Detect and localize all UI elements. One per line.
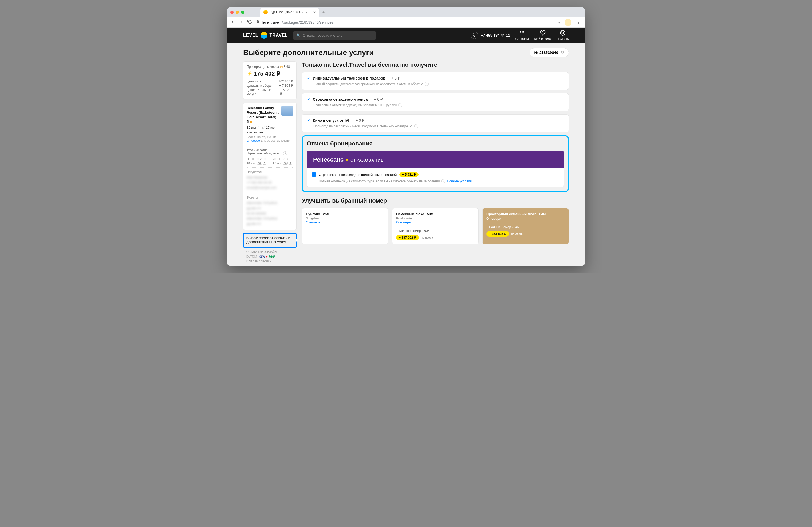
info-icon[interactable]: ? bbox=[425, 82, 429, 86]
page-title: Выберите дополнительные услуги bbox=[243, 48, 374, 57]
insurance-card: ✓ Страховка от невыезда, с полной компен… bbox=[307, 169, 564, 187]
close-window[interactable] bbox=[230, 11, 234, 14]
info-icon[interactable]: ? bbox=[283, 151, 287, 155]
terms-link[interactable]: Полные условия bbox=[447, 180, 472, 183]
order-number-pill: № 218539840 ♡ bbox=[530, 48, 569, 57]
room-card[interactable]: Просторный семейный люкс · 64мО номере+ … bbox=[482, 208, 569, 244]
insurance-price: + 5 931 ₽ bbox=[399, 172, 419, 177]
page-body: Выберите дополнительные услуги № 2185398… bbox=[227, 43, 585, 266]
room-details-link[interactable]: О номере bbox=[306, 220, 385, 224]
browser-menu-icon[interactable]: ⋮ bbox=[575, 20, 582, 25]
new-tab-button[interactable]: + bbox=[322, 10, 325, 15]
svg-rect-2 bbox=[523, 31, 524, 32]
favorite-icon[interactable]: ♡ bbox=[561, 51, 564, 55]
svg-rect-0 bbox=[520, 31, 521, 32]
info-icon[interactable]: ? bbox=[398, 103, 402, 107]
cancel-highlight: Отмена бронирования Ренессанс▼ СТРАХОВАН… bbox=[302, 136, 569, 192]
mastercard-icon: ●● bbox=[266, 255, 268, 259]
baggage-icon: 10 bbox=[283, 161, 288, 165]
tourists-blurred: ИВАНОВА ТАТЬЯНАдд.мм.гггг00 00 000000ИВА… bbox=[247, 201, 293, 226]
room-link[interactable]: О номере bbox=[247, 139, 260, 142]
sidebar: Проверка цены через ◴ 3:48 ⚡175 402 ₽ це… bbox=[243, 61, 296, 266]
url-bar: level.travel/packages/218539840/services… bbox=[227, 17, 585, 28]
main-content: Только на Level.Travel вы бесплатно полу… bbox=[302, 61, 569, 244]
wishlist-link[interactable]: Мой список bbox=[534, 30, 551, 41]
url-path: /packages/218539840/services bbox=[282, 20, 333, 25]
address-field[interactable]: level.travel/packages/218539840/services bbox=[256, 20, 553, 25]
window-controls bbox=[230, 11, 244, 14]
triangle-icon: ▼ bbox=[345, 158, 349, 162]
titlebar: Тур в Турцию с 10.06.2021 на... ✕ + bbox=[227, 8, 585, 17]
favicon bbox=[263, 10, 268, 14]
renaissance-banner: Ренессанс▼ СТРАХОВАНИЕ bbox=[307, 151, 564, 169]
check-icon: ✓ bbox=[307, 118, 310, 123]
checkout-step-active: ВЫБОР СПОСОБА ОПЛАТЫ И ДОПОЛНИТЕЛЬНЫХ УС… bbox=[243, 233, 296, 248]
site-logo[interactable]: LEVEL TRAVEL bbox=[243, 32, 288, 39]
help-icon bbox=[560, 30, 566, 36]
hotel-thumb bbox=[281, 106, 293, 116]
price-summary-card: Проверка цены через ◴ 3:48 ⚡175 402 ₽ це… bbox=[243, 61, 296, 99]
search-input[interactable]: 🔍 Страна, город или отель bbox=[293, 31, 376, 40]
info-icon[interactable]: ? bbox=[414, 124, 418, 128]
reload-button[interactable] bbox=[247, 19, 252, 25]
room-details-link[interactable]: О номере bbox=[396, 220, 475, 224]
bolt-icon: ⚡ bbox=[247, 71, 252, 76]
svg-rect-5 bbox=[523, 32, 524, 33]
url-host: level.travel bbox=[262, 20, 280, 25]
phone-number[interactable]: +7 495 134 44 11 bbox=[470, 31, 510, 39]
room-details-link[interactable]: О номере bbox=[486, 217, 565, 220]
search-icon: 🔍 bbox=[296, 33, 301, 38]
browser-window: Тур в Турцию с 10.06.2021 на... ✕ + leve… bbox=[227, 8, 585, 266]
back-button[interactable] bbox=[230, 19, 235, 25]
service-card: ✓Кино в отпуск от IVI + 0 ₽Промокод на б… bbox=[302, 114, 569, 132]
site-header: LEVEL TRAVEL 🔍 Страна, город или отель +… bbox=[227, 28, 585, 43]
browser-tab[interactable]: Тур в Турцию с 10.06.2021 на... ✕ bbox=[260, 8, 319, 16]
svg-rect-4 bbox=[522, 32, 522, 33]
services-link[interactable]: Сервисы bbox=[516, 30, 529, 41]
tab-title: Тур в Турцию с 10.06.2021 на... bbox=[270, 11, 311, 14]
svg-rect-1 bbox=[522, 31, 522, 32]
lock-icon bbox=[256, 20, 260, 25]
checkout-step-payment: ОПЛАТА ТУРА ОНЛАЙН КАРТОЙ VISA ●● МИР ИЛ… bbox=[243, 248, 296, 266]
cancel-section-title: Отмена бронирования bbox=[307, 140, 564, 147]
check-icon: ✓ bbox=[307, 97, 310, 101]
visa-icon: VISA bbox=[258, 255, 264, 259]
profile-avatar[interactable] bbox=[565, 19, 571, 26]
service-card: ✓Индивидуальный трансфер в подарок + 0 ₽… bbox=[302, 72, 569, 90]
svg-rect-3 bbox=[520, 32, 521, 33]
service-card: ✓Страховка от задержки рейса + 0 ₽Если р… bbox=[302, 93, 569, 111]
star-icon: ★ bbox=[250, 119, 253, 124]
svg-point-7 bbox=[562, 32, 564, 34]
phone-icon bbox=[470, 31, 478, 39]
cabin-icon: 5 bbox=[289, 161, 292, 165]
grid-icon bbox=[519, 30, 525, 36]
room-card[interactable]: Бунгало · 25мBungalowО номере bbox=[302, 208, 388, 244]
room-card[interactable]: Семейный люкс · 50мFamily suiteО номере+… bbox=[392, 208, 479, 244]
logo-icon bbox=[261, 32, 267, 39]
rooms-section-title: Улучшить выбранный номер bbox=[302, 197, 569, 204]
bookmark-star-icon[interactable]: ☆ bbox=[557, 20, 561, 25]
hotel-summary-card: Selectum Family Resort (Ex.Letoonia Golf… bbox=[243, 102, 296, 230]
buyer-blurred: Имя Фамилия+7 000 000 00 00email@example… bbox=[247, 175, 293, 190]
free-section-title: Только на Level.Travel вы бесплатно полу… bbox=[302, 61, 569, 68]
maximize-window[interactable] bbox=[241, 11, 244, 14]
check-icon: ✓ bbox=[307, 76, 310, 80]
info-icon[interactable]: ? bbox=[441, 179, 445, 183]
mir-icon: МИР bbox=[269, 255, 275, 259]
cabin-icon: 5 bbox=[263, 161, 266, 165]
help-link[interactable]: Помощь bbox=[556, 30, 569, 41]
forward-button[interactable] bbox=[239, 19, 244, 25]
checkbox-checked[interactable]: ✓ bbox=[312, 172, 316, 177]
baggage-icon: 10 bbox=[257, 161, 262, 165]
minimize-window[interactable] bbox=[236, 11, 239, 14]
clock-icon: ◴ bbox=[280, 65, 283, 69]
heart-icon bbox=[539, 30, 546, 36]
close-tab-icon[interactable]: ✕ bbox=[313, 11, 316, 14]
